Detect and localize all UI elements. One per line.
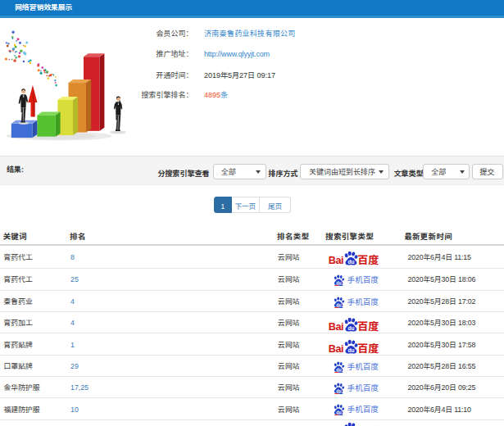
svg-text:du: du: [337, 280, 342, 285]
svg-text:手机百度: 手机百度: [347, 297, 379, 307]
svg-text:du: du: [337, 388, 342, 393]
svg-text:百度: 百度: [357, 319, 379, 333]
svg-text:百度: 百度: [357, 340, 379, 354]
svg-text:手机百度: 手机百度: [347, 383, 379, 393]
svg-text:du: du: [347, 325, 354, 331]
svg-text:du: du: [337, 410, 342, 415]
svg-text:手机百度: 手机百度: [347, 404, 379, 415]
svg-text:du: du: [337, 302, 342, 307]
svg-text:du: du: [337, 367, 342, 372]
svg-text:百度: 百度: [357, 423, 379, 426]
svg-text:du: du: [347, 347, 354, 353]
svg-text:du: du: [347, 259, 354, 265]
svg-text:Bai: Bai: [329, 322, 343, 333]
svg-text:百度: 百度: [357, 252, 379, 266]
svg-text:手机百度: 手机百度: [347, 361, 379, 372]
svg-text:手机百度: 手机百度: [347, 274, 379, 285]
svg-text:Bai: Bai: [329, 343, 343, 354]
svg-text:Bai: Bai: [329, 256, 343, 266]
